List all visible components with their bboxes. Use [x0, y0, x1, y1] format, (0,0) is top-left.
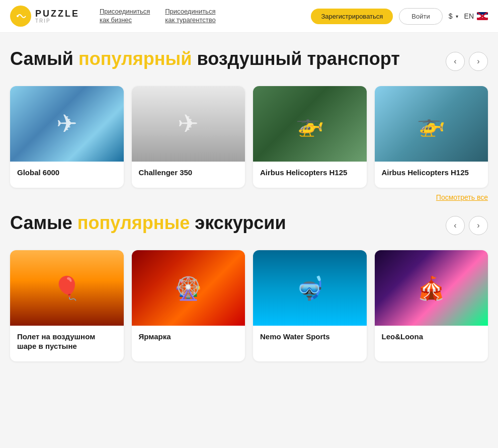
flag-icon	[477, 12, 488, 20]
section1-title: Самый популярный воздушный транспорт	[10, 48, 400, 69]
card-title: Ярмарка	[139, 332, 238, 342]
view-all-link[interactable]: Посмотреть все	[436, 193, 488, 201]
logo-text-group: PUZZLE TRIP	[35, 9, 79, 24]
card-title: Airbus Helicopters H125	[260, 168, 360, 178]
card-title: Challenger 350	[139, 168, 238, 178]
card-image	[132, 86, 245, 162]
section2-header: Самые популярные экскурсии ‹ ›	[10, 212, 488, 235]
air-transport-section: Самый популярный воздушный транспорт ‹ ›…	[10, 48, 488, 202]
section1-prev-button[interactable]: ‹	[446, 52, 465, 71]
card-body: Полет на воздушном шаре в пустыне	[10, 326, 124, 361]
card-image	[10, 250, 124, 326]
nav-links: Присоединиться как бизнес Присоединиться…	[100, 8, 311, 25]
table-row[interactable]: Airbus Helicopters H125	[375, 86, 488, 188]
view-all-container: Посмотреть все	[10, 193, 488, 202]
main-content: Самый популярный воздушный транспорт ‹ ›…	[0, 33, 498, 377]
section2-title: Самые популярные экскурсии	[10, 212, 286, 234]
header: PUZZLE TRIP Присоединиться как бизнес Пр…	[0, 0, 498, 33]
logo[interactable]: PUZZLE TRIP	[10, 6, 79, 27]
card-image	[132, 250, 245, 326]
chevron-left-icon: ‹	[454, 221, 456, 230]
card-title: Global 6000	[17, 168, 117, 178]
currency-chevron-icon: ▾	[456, 14, 458, 19]
section2-prev-button[interactable]: ‹	[446, 216, 465, 235]
card-title: Leo&Loona	[382, 332, 481, 342]
section1-header: Самый популярный воздушный транспорт ‹ ›	[10, 48, 488, 71]
table-row[interactable]: Global 6000	[10, 86, 124, 188]
card-image	[375, 250, 488, 326]
chevron-right-icon: ›	[477, 57, 479, 66]
card-body: Leo&Loona	[375, 326, 488, 352]
card-body: Global 6000	[10, 162, 124, 188]
card-body: Nemo Water Sports	[253, 326, 367, 352]
card-title: Nemo Water Sports	[260, 332, 360, 342]
register-button[interactable]: Зарегистрироваться	[311, 9, 393, 24]
card-body: Challenger 350	[132, 162, 245, 188]
table-row[interactable]: Ярмарка	[132, 250, 245, 361]
login-button[interactable]: Войти	[399, 8, 442, 25]
card-image	[253, 250, 367, 326]
table-row[interactable]: Leo&Loona	[375, 250, 488, 361]
logo-sub: TRIP	[35, 18, 79, 24]
table-row[interactable]: Airbus Helicopters H125	[253, 86, 367, 188]
language-value: EN	[464, 12, 474, 20]
header-actions: Зарегистрироваться Войти $ ▾ EN	[311, 8, 488, 25]
logo-icon	[10, 6, 31, 27]
excursion-cards: Полет на воздушном шаре в пустыне Ярмарк…	[10, 250, 488, 361]
section2-next-button[interactable]: ›	[469, 216, 488, 235]
table-row[interactable]: Challenger 350	[132, 86, 245, 188]
svg-point-0	[15, 10, 27, 22]
card-image	[253, 86, 367, 162]
card-image	[375, 86, 488, 162]
excursions-section: Самые популярные экскурсии ‹ › Полет на …	[10, 212, 488, 361]
card-body: Airbus Helicopters H125	[375, 162, 488, 188]
card-image	[10, 86, 124, 162]
svg-point-1	[17, 15, 19, 17]
card-body: Airbus Helicopters H125	[253, 162, 367, 188]
nav-link-business[interactable]: Присоединиться как бизнес	[100, 8, 150, 25]
currency-selector[interactable]: $ ▾	[449, 12, 458, 20]
logo-name: PUZZLE	[35, 9, 79, 18]
currency-value: $	[449, 12, 453, 20]
card-title: Airbus Helicopters H125	[382, 168, 481, 178]
chevron-left-icon: ‹	[454, 57, 456, 66]
language-selector[interactable]: EN	[464, 12, 488, 20]
card-title: Полет на воздушном шаре в пустыне	[17, 332, 117, 351]
section1-next-button[interactable]: ›	[469, 52, 488, 71]
section1-nav-arrows: ‹ ›	[446, 52, 488, 71]
table-row[interactable]: Полет на воздушном шаре в пустыне	[10, 250, 124, 361]
nav-link-agency[interactable]: Присоединиться как турагентство	[165, 8, 216, 25]
air-transport-cards: Global 6000 Challenger 350 Airbus Helico…	[10, 86, 488, 188]
chevron-right-icon: ›	[477, 221, 479, 230]
table-row[interactable]: Nemo Water Sports	[253, 250, 367, 361]
card-body: Ярмарка	[132, 326, 245, 352]
section2-nav-arrows: ‹ ›	[446, 216, 488, 235]
